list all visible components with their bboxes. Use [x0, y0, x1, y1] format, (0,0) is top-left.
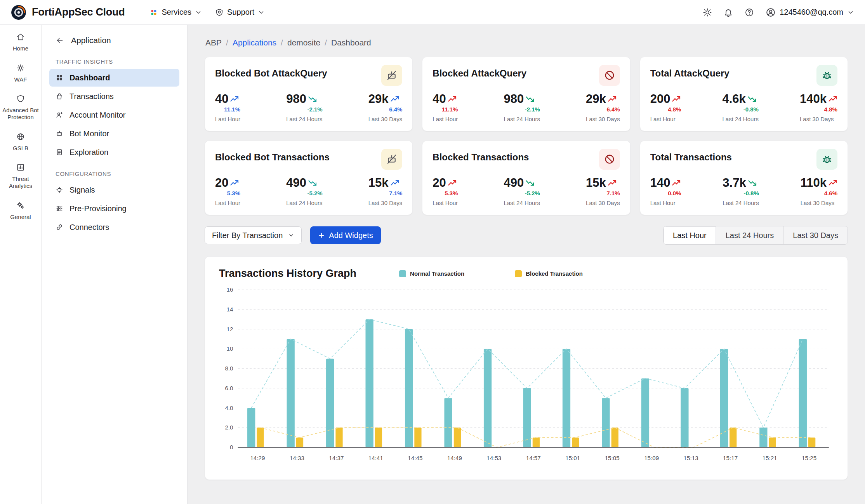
analytics-icon	[16, 163, 25, 173]
normal-bar	[799, 339, 807, 447]
stat-percent: 11.1%	[224, 106, 240, 113]
shopping-bag-icon	[56, 92, 63, 100]
rail-item-home[interactable]: Home	[0, 33, 41, 52]
menu-item-label: Bot Monitor	[69, 129, 109, 138]
stat-card: Total AttackQuery2004.8%Last Hour4.6k-0.…	[640, 57, 848, 131]
blocked-bar	[257, 428, 264, 447]
stat: 140k4.8%Last 30 Days	[800, 92, 837, 122]
stat: 3.7k-0.8%Last 24 Hours	[723, 176, 759, 206]
stat-period: Last Hour	[432, 200, 458, 206]
services-menu[interactable]: Services	[146, 4, 205, 21]
rail-item-threat-analytics[interactable]: Threat Analytics	[0, 163, 41, 189]
link-icon	[56, 223, 63, 231]
back-to-application[interactable]: Application	[49, 32, 179, 49]
time-range-last-30-days[interactable]: Last 30 Days	[783, 226, 848, 244]
stat: 980-2.1%Last 24 Hours	[504, 92, 540, 122]
menu-item-label: Dashboard	[69, 73, 110, 82]
transactions-chart-svg: 02.04.06.08.01012141614:2914:3314:3714:4…	[219, 285, 834, 469]
filter-by-transaction-dropdown[interactable]: Filter By Transaction	[205, 226, 302, 244]
trend-up-icon	[448, 178, 457, 188]
rail-item-general[interactable]: General	[0, 201, 41, 221]
bot-blocked-icon	[381, 65, 402, 86]
normal-bar	[287, 339, 295, 447]
sidebar-item-connectors[interactable]: Connectors	[49, 218, 179, 236]
trend-down-icon	[525, 178, 535, 188]
stat-card: Total Transactions1400.0%Last Hour3.7k-0…	[640, 141, 848, 215]
chart-header: Transactions History Graph Normal Transa…	[219, 268, 834, 280]
rail-item-advanced-bot-protection[interactable]: Advanced Bot Protection	[0, 94, 41, 120]
sidebar-item-bot-monitor[interactable]: Bot Monitor	[49, 125, 179, 143]
trend-up-icon	[608, 178, 617, 188]
robot-icon	[56, 130, 63, 137]
trend-up-icon	[448, 94, 457, 104]
sidebar-item-exploration[interactable]: Exploration	[49, 143, 179, 161]
chart-legend: Normal Transaction Blocked Transaction	[399, 270, 583, 277]
stat: 490-5.2%Last 24 Hours	[286, 176, 322, 206]
stat-period: Last 30 Days	[368, 116, 403, 122]
breadcrumb-dashboard: Dashboard	[331, 38, 371, 47]
add-widgets-button[interactable]: Add Widgets	[310, 226, 380, 244]
normal-bar	[681, 388, 688, 447]
sidebar-item-dashboard[interactable]: Dashboard	[49, 69, 179, 87]
stat-period: Last 30 Days	[368, 200, 403, 206]
normal-bar	[602, 398, 610, 447]
stat: 4011.1%Last Hour	[215, 92, 240, 122]
stat-value: 4.6k	[723, 92, 746, 106]
svg-text:15:05: 15:05	[605, 455, 620, 461]
svg-text:14:41: 14:41	[368, 455, 383, 461]
rail-item-waf[interactable]: WAF	[0, 64, 41, 83]
stat-card: Blocked AttackQuery4011.1%Last Hour980-2…	[422, 57, 630, 131]
stat: 2004.8%Last Hour	[650, 92, 681, 122]
stat-percent: 4.8%	[668, 106, 681, 113]
trend-down-icon	[525, 94, 535, 104]
normal-bar	[365, 319, 373, 447]
sidebar-item-transactions[interactable]: Transactions	[49, 87, 179, 105]
theme-toggle-button[interactable]	[703, 8, 712, 17]
stat-value: 980	[286, 92, 306, 106]
support-menu[interactable]: Support	[212, 4, 268, 21]
sidebar-item-pre-provisioning[interactable]: Pre-Provisioning	[49, 200, 179, 217]
stat-value: 20	[432, 176, 446, 190]
normal-bar	[444, 398, 452, 447]
stat-value: 200	[650, 92, 670, 106]
section-heading-configurations: CONFIGURATIONS	[56, 170, 179, 177]
document-icon	[56, 148, 63, 156]
time-range-last-hour[interactable]: Last Hour	[664, 226, 716, 244]
stat-percent: 5.3%	[227, 190, 240, 196]
svg-text:14:33: 14:33	[290, 455, 304, 461]
rail-label: Threat Analytics	[2, 176, 39, 189]
topbar-actions: 1245460@qq.com	[703, 7, 854, 17]
rail-label: WAF	[14, 76, 27, 83]
sidebar-item-signals[interactable]: Signals	[49, 181, 179, 199]
rail-item-gslb[interactable]: GSLB	[0, 132, 41, 152]
account-menu[interactable]: 1245460@qq.com	[766, 7, 854, 17]
blocked-bar	[414, 428, 421, 447]
notifications-button[interactable]	[724, 8, 733, 17]
sidebar-item-account-monitor[interactable]: Account Monitor	[49, 106, 179, 124]
stat-period: Last 24 Hours	[286, 116, 322, 122]
stat-card: Blocked Bot Transactions205.3%Last Hour4…	[205, 141, 413, 215]
help-button[interactable]	[745, 8, 754, 17]
chevron-down-icon	[847, 9, 854, 16]
normal-bar	[523, 388, 531, 447]
stat: 205.3%Last Hour	[432, 176, 458, 206]
breadcrumb-applications-link[interactable]: Applications	[233, 38, 276, 47]
stat-period: Last 24 Hours	[723, 116, 759, 122]
stat-period: Last 24 Hours	[504, 200, 540, 206]
breadcrumb: ABP / Applications / demosite / Dashboar…	[205, 38, 848, 47]
stat-percent: 6.4%	[389, 106, 402, 113]
blocked-bar	[611, 428, 618, 447]
services-label: Services	[162, 8, 191, 17]
stat: 980-2.1%Last 24 Hours	[286, 92, 322, 122]
trend-down-icon	[747, 94, 757, 104]
menu-item-label: Pre-Provisioning	[69, 204, 127, 213]
stat-percent: 7.1%	[389, 190, 402, 196]
avatar-icon	[766, 7, 776, 17]
blocked-bar	[533, 438, 540, 447]
chevron-down-icon	[288, 232, 294, 238]
support-label: Support	[227, 8, 254, 17]
stat-percent: 7.1%	[606, 190, 620, 196]
trend-down-icon	[308, 178, 317, 188]
time-range-last-24-hours[interactable]: Last 24 Hours	[716, 226, 783, 244]
chevron-down-icon	[258, 9, 265, 16]
